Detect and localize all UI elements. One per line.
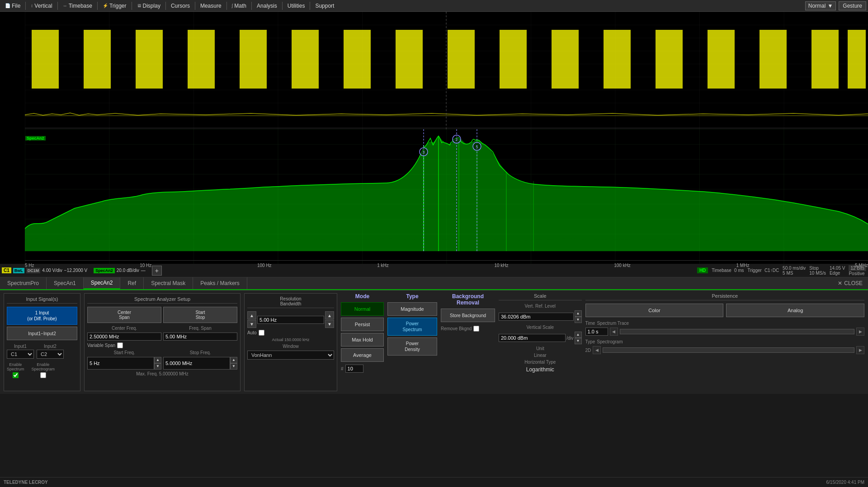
mode-persist-button[interactable]: Persist xyxy=(341,318,384,331)
start-freq-up[interactable]: ▲ xyxy=(154,357,161,363)
analog-button[interactable]: Analog xyxy=(726,304,864,317)
resolution-bw-input[interactable] xyxy=(257,316,324,324)
one-input-button[interactable]: 1 Input(or Diff. Probe) xyxy=(7,307,77,325)
svg-rect-7 xyxy=(344,30,371,89)
x-freq-7: 5 MHz xyxy=(855,263,868,268)
bw-up-button[interactable]: ▲ xyxy=(247,311,256,319)
menu-measure[interactable]: Measure xyxy=(197,2,225,10)
menu-analysis[interactable]: Analysis xyxy=(254,2,280,10)
freq-span-input[interactable] xyxy=(163,332,237,341)
positive-label: Positive xyxy=(849,271,866,276)
spectrum-setup-title: Spectrum Analyzer Setup xyxy=(87,296,237,304)
sep3 xyxy=(97,2,98,10)
sep4 xyxy=(132,2,132,10)
type-magnitude-button[interactable]: Magnitude xyxy=(387,302,437,316)
mode-average-button[interactable]: Average xyxy=(341,348,384,362)
menu-support[interactable]: Support xyxy=(312,2,337,10)
tab-ref[interactable]: Ref xyxy=(120,277,144,289)
enable-spectrogram-checkbox[interactable] xyxy=(32,372,55,378)
stop-freq-down[interactable]: ▼ xyxy=(230,363,237,370)
color-button[interactable]: Color xyxy=(585,304,724,317)
ms-10: 10 MS/s xyxy=(809,271,826,276)
spectrogram-slider[interactable] xyxy=(603,347,854,353)
start-freq-input[interactable] xyxy=(87,357,154,370)
center-freq-input[interactable] xyxy=(87,332,161,341)
start-freq-down[interactable]: ▼ xyxy=(154,363,161,370)
horiz-type-label: Horizontal Type xyxy=(499,360,582,365)
bw-up2-button[interactable]: ▲ xyxy=(325,311,334,319)
timebase-icon: ↔ xyxy=(63,3,67,8)
time-waveform xyxy=(0,12,868,129)
variable-span-checkbox[interactable] xyxy=(117,342,123,348)
time-input[interactable] xyxy=(585,328,608,336)
close-x-icon: ✕ xyxy=(838,280,842,286)
x-freq-0: 5 Hz xyxy=(25,263,34,268)
stop-freq-up[interactable]: ▲ xyxy=(230,357,237,363)
type-power-spectrum-button[interactable]: PowerSpectrum xyxy=(387,318,437,336)
resolution-bw-title: ResolutionBandwidth xyxy=(247,296,334,308)
remove-bkgnd-checkbox[interactable] xyxy=(473,326,479,332)
menu-cursors[interactable]: Cursors xyxy=(168,2,193,10)
menu-display[interactable]: 🖥 Display xyxy=(134,2,164,10)
menu-file[interactable]: 📄 File xyxy=(2,2,24,10)
stop-freq-arrows: ▲ ▼ xyxy=(230,357,237,370)
x-freq-2: 100 Hz xyxy=(257,263,272,268)
menu-vertical[interactable]: ↕ Vertical xyxy=(28,2,55,10)
actual-bw-label: Actual 150.0000 kHz xyxy=(247,337,334,342)
menu-timebase[interactable]: ↔ Timebase xyxy=(60,2,95,10)
vert-scale-down[interactable]: ▼ xyxy=(575,338,582,344)
time-left-button[interactable]: ◀ xyxy=(610,328,618,336)
gesture-button[interactable]: Gesture xyxy=(839,1,866,10)
spectrogram-right-button[interactable]: ▶ xyxy=(856,346,864,354)
bwl-badge: BwL xyxy=(13,268,24,273)
time-right-button[interactable]: ▶ xyxy=(856,328,864,336)
spectrogram-left-button[interactable]: ◀ xyxy=(593,346,601,354)
vert-scale-input[interactable] xyxy=(499,334,566,342)
svg-rect-12 xyxy=(604,30,631,89)
start-stop-labels: Start Freq. Stop Freq. xyxy=(87,350,237,355)
input1-select[interactable]: C1 C2 xyxy=(7,350,34,359)
mode-normal-button[interactable]: Normal xyxy=(341,302,384,316)
spectrum-waveform: 3 2 5 xyxy=(0,129,868,264)
menu-trigger[interactable]: ⚡ Trigger xyxy=(99,2,130,10)
type-power-density-button[interactable]: PowerDensity xyxy=(387,337,437,356)
normal-dropdown[interactable]: Normal ▼ xyxy=(805,1,836,10)
menu-utilities[interactable]: Utilities xyxy=(284,2,308,10)
file-icon: 📄 xyxy=(5,3,10,8)
center-span-button[interactable]: CenterSpan xyxy=(87,307,161,323)
input2-select[interactable]: C2 C1 xyxy=(37,350,64,359)
tab-peaks-markers[interactable]: Peaks / Markers xyxy=(193,277,247,289)
sep9 xyxy=(282,2,283,10)
start-stop-button[interactable]: StartStop xyxy=(163,307,237,323)
window-select[interactable]: VonHann Rectangular FlatTop Blackman xyxy=(247,351,334,360)
tab-specan2[interactable]: SpecAn2 xyxy=(84,277,121,289)
x-freq-3: 1 kHz xyxy=(377,263,389,268)
tab-close-button[interactable]: ✕ CLOSE xyxy=(832,277,868,289)
vert-ref-up[interactable]: ▲ xyxy=(575,310,582,317)
store-background-button[interactable]: Store Background xyxy=(441,309,495,322)
auto-checkbox[interactable] xyxy=(259,330,264,336)
persistence-title: Persistence xyxy=(585,293,864,300)
enable-spectrum-checkbox[interactable] xyxy=(7,372,24,378)
bw-down2-button[interactable]: ▼ xyxy=(325,320,334,328)
vert-ref-input[interactable] xyxy=(499,313,574,321)
bw-down-button[interactable]: ▼ xyxy=(247,320,256,328)
vert-ref-down[interactable]: ▼ xyxy=(575,317,582,323)
spectrum-trace-slider[interactable] xyxy=(620,329,854,334)
average-count-row: # xyxy=(341,365,384,373)
unit-val: Linear xyxy=(499,353,582,358)
average-count-input[interactable] xyxy=(345,365,363,373)
menu-math[interactable]: ∫ Math xyxy=(229,2,250,10)
tab-spectral-mask[interactable]: Spectral Mask xyxy=(144,277,193,289)
tab-specan1[interactable]: SpecAn1 xyxy=(47,277,84,289)
mode-maxhold-button[interactable]: Max Hold xyxy=(341,333,384,347)
svg-rect-2 xyxy=(84,30,111,89)
vert-scale-label: Vertical Scale xyxy=(499,325,582,330)
display-icon: 🖥 xyxy=(137,3,142,8)
input1-input2-button[interactable]: Input1−Input2 xyxy=(7,327,77,340)
stop-freq-input[interactable] xyxy=(163,357,230,370)
tab-spectrumpro[interactable]: SpectrumPro xyxy=(0,277,47,289)
vert-scale-up[interactable]: ▲ xyxy=(575,332,582,338)
svg-rect-13 xyxy=(656,30,683,89)
input1-label: Input1 xyxy=(7,344,34,349)
